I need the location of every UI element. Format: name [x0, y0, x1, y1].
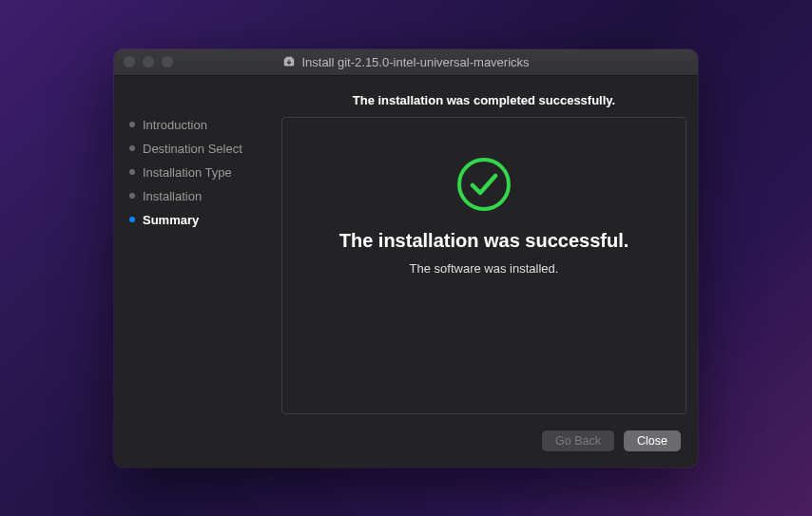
step-dot-icon — [129, 122, 135, 127]
window-body: Introduction Destination Select Installa… — [114, 76, 698, 468]
step-dot-icon — [129, 217, 135, 222]
installer-window: Install git-2.15.0-intel-universal-maver… — [114, 49, 698, 468]
step-installation-type: Installation Type — [129, 165, 274, 180]
svg-point-2 — [459, 160, 509, 209]
traffic-lights — [124, 56, 173, 67]
step-summary: Summary — [129, 213, 274, 227]
step-sidebar: Introduction Destination Select Installa… — [126, 89, 281, 414]
close-window-button[interactable] — [124, 56, 135, 67]
window-title-text: Install git-2.15.0-intel-universal-maver… — [301, 55, 529, 69]
titlebar[interactable]: Install git-2.15.0-intel-universal-maver… — [114, 49, 698, 76]
step-introduction: Introduction — [129, 118, 274, 132]
success-title: The installation was successful. — [339, 230, 629, 252]
step-label: Summary — [143, 213, 199, 227]
zoom-window-button[interactable] — [162, 56, 173, 67]
step-installation: Installation — [129, 189, 274, 203]
step-dot-icon — [129, 193, 135, 199]
step-dot-icon — [129, 145, 135, 151]
step-label: Introduction — [143, 118, 207, 132]
content-box: The installation was successful. The sof… — [281, 117, 686, 414]
svg-rect-0 — [284, 59, 295, 67]
step-label: Installation — [143, 189, 202, 203]
close-button[interactable]: Close — [624, 430, 681, 451]
installer-icon — [282, 55, 296, 68]
step-dot-icon — [129, 169, 135, 175]
go-back-button: Go Back — [542, 430, 614, 451]
main-panel: The installation was completed successfu… — [281, 89, 686, 414]
success-subtitle: The software was installed. — [410, 261, 559, 276]
step-list: Introduction Destination Select Installa… — [129, 118, 274, 227]
svg-rect-1 — [286, 57, 293, 61]
button-bar: Go Back Close — [114, 414, 698, 468]
titlebar-title: Install git-2.15.0-intel-universal-maver… — [114, 55, 698, 69]
step-label: Installation Type — [143, 165, 232, 180]
minimize-window-button[interactable] — [143, 56, 154, 67]
step-destination-select: Destination Select — [129, 142, 274, 156]
content-area: Introduction Destination Select Installa… — [114, 76, 698, 414]
step-label: Destination Select — [143, 142, 242, 156]
success-check-icon — [455, 156, 512, 213]
panel-heading: The installation was completed successfu… — [281, 89, 686, 117]
